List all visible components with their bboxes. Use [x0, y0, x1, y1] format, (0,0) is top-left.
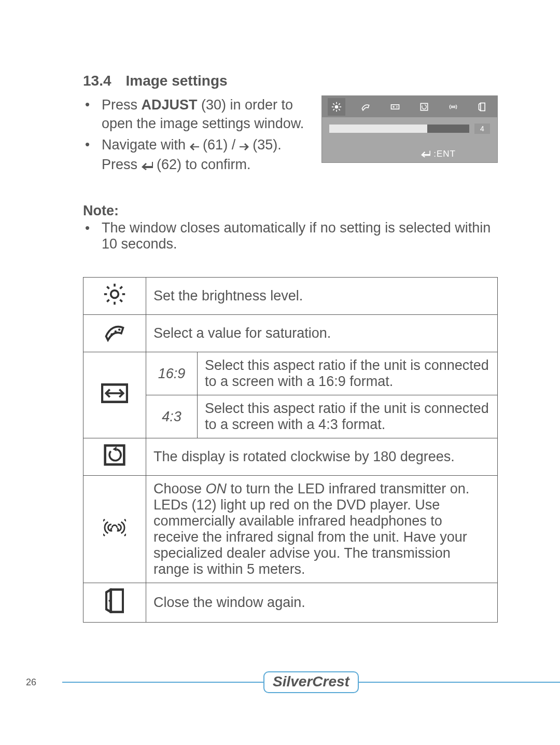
instruction-item: Press ADJUST (30) in order to open the i…: [83, 95, 309, 133]
text: Choose: [153, 481, 206, 496]
ir-headphone-icon: [83, 476, 146, 583]
adjust-label: ADJUST: [142, 97, 198, 113]
slider-fill: [329, 125, 427, 133]
ratio-43-desc: Select this aspect ratio if the unit is …: [198, 395, 498, 438]
rotate-icon: [415, 98, 433, 116]
brand-logo: SilverCrest: [263, 671, 359, 693]
note-block: Note: The window closes automatically if…: [83, 203, 498, 252]
text: /: [232, 137, 236, 153]
arrow-right-icon: [240, 136, 249, 155]
svg-line-6: [339, 109, 340, 111]
table-row: The display is rotated clockwise by 180 …: [83, 438, 498, 476]
rotate-icon: [83, 438, 146, 476]
text: Navigate with: [102, 137, 190, 153]
instruction-item: Navigate with (61) / (35). Press (62) to…: [83, 135, 309, 175]
svg-line-19: [120, 300, 122, 302]
svg-rect-9: [391, 104, 399, 108]
aspect-ratio-icon: [83, 352, 146, 438]
svg-point-28: [108, 600, 110, 602]
footer-rule: [359, 682, 560, 683]
saturation-icon: [357, 98, 374, 116]
brightness-icon: [328, 98, 345, 116]
settings-screenshot: 4 :ENT: [321, 95, 498, 163]
page-footer: 26 SilverCrest: [0, 671, 560, 693]
table-row: 16:9 Select this aspect ratio if the uni…: [83, 352, 498, 395]
svg-line-7: [333, 109, 334, 111]
aspect-ratio-icon: [386, 98, 404, 116]
svg-point-0: [335, 105, 339, 108]
svg-line-18: [107, 286, 109, 288]
svg-point-22: [118, 328, 120, 330]
table-row: Close the window again.: [83, 583, 498, 623]
svg-line-8: [339, 103, 340, 105]
svg-point-23: [115, 330, 117, 333]
section-number: 13.4: [83, 73, 111, 89]
svg-line-5: [333, 103, 334, 105]
footer-label: :ENT: [433, 149, 456, 159]
svg-point-13: [111, 291, 119, 298]
section-title: Image settings: [126, 73, 228, 89]
section-heading: 13.4Image settings: [83, 73, 498, 89]
exit-door-icon: [83, 583, 146, 623]
table-row: Select a value for saturation.: [83, 315, 498, 352]
page: 13.4Image settings Press ADJUST (30) in …: [0, 0, 560, 745]
slider-value: 4: [474, 123, 490, 134]
saturation-icon: [83, 315, 146, 352]
ir-headphone-icon: [444, 98, 462, 116]
arrow-left-icon: [190, 136, 199, 155]
note-text: The window closes automatically if no se…: [83, 220, 498, 252]
svg-point-11: [453, 106, 454, 107]
page-number: 26: [0, 677, 62, 688]
ir-desc: Choose ON to turn the LED infrared trans…: [146, 476, 498, 583]
enter-icon: [142, 156, 153, 175]
svg-point-24: [110, 333, 113, 335]
exit-door-icon: [474, 98, 492, 116]
footer-rule: [62, 682, 263, 683]
screenshot-slider: 4: [322, 117, 497, 134]
close-desc: Close the window again.: [146, 583, 498, 623]
rotate-desc: The display is rotated clockwise by 180 …: [146, 438, 498, 476]
table-row: Choose ON to turn the LED infrared trans…: [83, 476, 498, 583]
screenshot-footer: :ENT: [421, 149, 456, 159]
text: (61): [203, 137, 232, 153]
settings-table: Set the brightness level. Select a value…: [83, 277, 498, 623]
brightness-desc: Set the brightness level.: [146, 278, 498, 315]
text: Press: [102, 97, 142, 113]
svg-rect-12: [481, 103, 485, 111]
ratio-169-label: 16:9: [146, 352, 198, 395]
svg-line-20: [107, 300, 109, 302]
saturation-desc: Select a value for saturation.: [146, 315, 498, 352]
svg-rect-27: [111, 589, 123, 612]
note-heading: Note:: [83, 203, 498, 219]
ir-on-label: ON: [206, 481, 227, 496]
intro-row: Press ADJUST (30) in order to open the i…: [83, 95, 498, 177]
slider-track: [329, 125, 469, 133]
ratio-43-label: 4:3: [146, 395, 198, 438]
brightness-icon: [83, 278, 146, 315]
screenshot-tab-row: [322, 96, 497, 117]
text: (62) to confirm.: [157, 157, 251, 172]
ratio-169-desc: Select this aspect ratio if the unit is …: [198, 352, 498, 395]
instruction-list: Press ADJUST (30) in order to open the i…: [83, 95, 309, 177]
svg-line-21: [120, 286, 122, 288]
table-row: Set the brightness level.: [83, 278, 498, 315]
enter-icon: [421, 150, 430, 158]
